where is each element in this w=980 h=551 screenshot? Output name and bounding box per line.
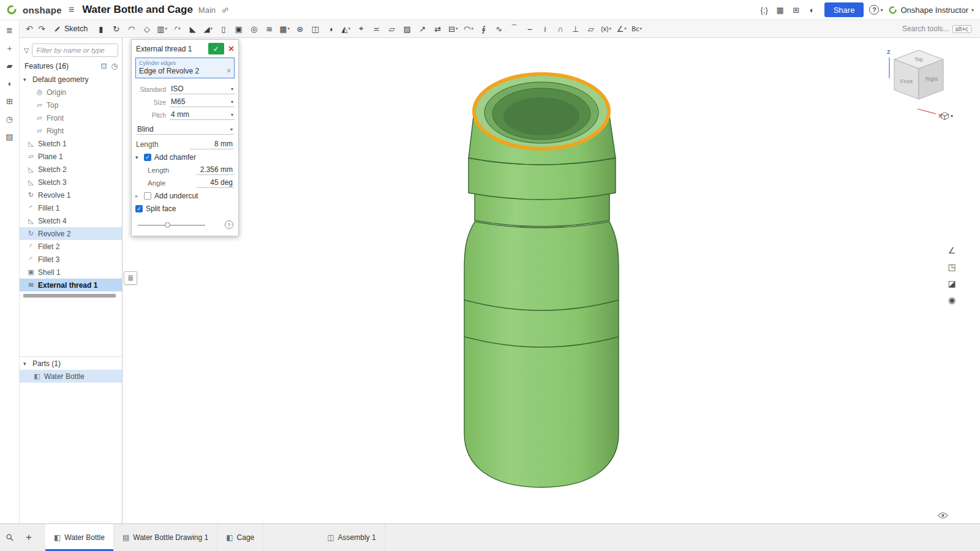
part-item-water-bottle[interactable]: ◧Water Bottle	[20, 370, 122, 383]
intersection-curve-tool[interactable]: ∩	[552, 21, 568, 36]
user-menu[interactable]: Onshape Instructor ▾	[888, 6, 974, 15]
cancel-button[interactable]: ×	[228, 44, 234, 54]
workspace-label[interactable]: Main	[198, 6, 216, 15]
fill-tool[interactable]: ▨	[399, 21, 415, 36]
feature-item-origin[interactable]: ◎Origin	[20, 86, 122, 99]
named-views-icon[interactable]: ◉	[946, 294, 958, 305]
trim-curve-tool[interactable]: ⊥	[568, 21, 583, 36]
rollback-bar[interactable]	[23, 294, 116, 298]
comment-icon[interactable]: ◖	[4, 79, 15, 89]
mirror-tool[interactable]: ◫	[307, 21, 323, 36]
spreadsheet-icon[interactable]: ▦	[774, 6, 787, 15]
section-view-icon[interactable]: ◪	[946, 278, 958, 289]
remove-selection-icon[interactable]: ×	[227, 67, 231, 75]
outline-icon[interactable]: ≣	[4, 26, 15, 36]
feature-item-revolve-2[interactable]: ↻Revolve 2	[20, 227, 122, 240]
viewport-canvas[interactable]: External thread 1 ✓ × Cylinder edges Edg…	[123, 38, 980, 523]
feature-item-default-geometry[interactable]: ▾Default geometry	[20, 73, 122, 86]
feature-history-icon[interactable]: ◷	[111, 62, 118, 70]
share-button[interactable]: Share	[824, 2, 864, 17]
feature-item-plane-1[interactable]: ▱Plane 1	[20, 150, 122, 163]
feature-item-sketch-3[interactable]: ◺Sketch 3	[20, 176, 122, 189]
add-tab-button[interactable]: +	[20, 524, 38, 551]
feature-item-right[interactable]: ▱Right	[20, 124, 122, 137]
search-icon[interactable]	[0, 524, 20, 551]
split-face-checkbox[interactable]: ✓	[135, 205, 143, 212]
hamburger-menu-icon[interactable]: ≡	[67, 4, 75, 15]
end-type-select[interactable]: Blind ▾	[136, 124, 234, 135]
opacity-slider[interactable]	[138, 225, 205, 226]
chevron-right-icon[interactable]: ▸	[135, 193, 141, 199]
feature-item-sketch-1[interactable]: ◺Sketch 1	[20, 137, 122, 150]
feature-item-revolve-1[interactable]: ↻Revolve 1	[20, 189, 122, 201]
sweep-tool[interactable]: ◠	[124, 21, 139, 36]
modify-fillet-tool[interactable]: ◠▾	[461, 21, 476, 36]
annotate-icon[interactable]: ▰	[4, 61, 15, 71]
plane-tool[interactable]: ▱	[583, 21, 598, 36]
sketch-button[interactable]: Sketch	[48, 23, 93, 34]
confirm-button[interactable]: ✓	[208, 43, 224, 54]
chamfer-param-input[interactable]: 2.356 mm	[196, 165, 234, 175]
cylinder-edges-selection[interactable]: Cylinder edges Edge of Revolve 2 ×	[135, 58, 235, 78]
chamfer-param-input[interactable]: 45 deg	[196, 178, 234, 188]
search-tools-input[interactable]: Search tools... alt+c	[899, 23, 975, 34]
analysis-icon[interactable]: ∠	[946, 245, 958, 256]
view-settings-icon[interactable]: ◳	[946, 261, 958, 272]
replace-face-tool[interactable]: ⇄	[430, 21, 445, 36]
theme-icon[interactable]: ◐	[805, 6, 819, 15]
param-select-size[interactable]: M65▾	[170, 97, 235, 107]
feature-item-shell-1[interactable]: ▣Shell 1	[20, 266, 122, 279]
offset-surface-tool[interactable]: ≍	[369, 21, 384, 36]
thicken-tool[interactable]: ▥▾	[154, 21, 170, 36]
dialog-help-icon[interactable]: ?	[225, 220, 233, 229]
linear-pattern-tool[interactable]: ▦▾	[277, 21, 292, 36]
panel-collapse-handle[interactable]: ≣	[124, 271, 137, 285]
chamfer-tool[interactable]: ◣	[185, 21, 200, 36]
history-icon[interactable]: ◷	[4, 114, 15, 124]
bridging-curve-tool[interactable]: ⌣	[522, 21, 537, 36]
featurescript-icon[interactable]: {;}	[758, 6, 771, 15]
split-tool[interactable]: ◭▾	[338, 21, 353, 36]
tab-assembly-1[interactable]: ◫Assembly 1	[318, 524, 385, 551]
transform-tool[interactable]: ⌖	[353, 21, 369, 36]
filter-input[interactable]	[32, 43, 118, 57]
collapse-all-icon[interactable]: ⊡	[100, 62, 107, 70]
visibility-eye-icon[interactable]	[938, 512, 948, 521]
custom-feature-tool[interactable]: Bc▾	[629, 21, 644, 36]
rib-tool[interactable]: ▯	[216, 21, 231, 36]
insert-icon[interactable]: ＋	[4, 43, 15, 53]
tab-water-bottle-drawing-1[interactable]: ▤Water Bottle Drawing 1	[114, 524, 217, 551]
tab-water-bottle[interactable]: ◧Water Bottle	[45, 524, 114, 551]
undo-icon[interactable]: ↶	[23, 24, 36, 34]
move-face-tool[interactable]: ↗	[415, 21, 430, 36]
boolean-tool[interactable]: ◑	[323, 21, 338, 36]
hole-tool[interactable]: ◎	[246, 21, 262, 36]
fillet-tool[interactable]: ◜▾	[170, 21, 185, 36]
delete-face-tool[interactable]: ⊟▾	[445, 21, 461, 36]
app-grid-icon[interactable]: ⊞	[790, 6, 803, 15]
feature-item-external-thread-1[interactable]: ≋External thread 1	[20, 279, 122, 291]
view-options-menu[interactable]: ▾	[940, 111, 953, 121]
notes-icon[interactable]: ▤	[4, 132, 15, 142]
helix-tool[interactable]: ∮	[476, 21, 491, 36]
param-select-pitch[interactable]: 4 mm▾	[170, 110, 235, 120]
slider-handle[interactable]	[165, 222, 170, 228]
add-chamfer-checkbox[interactable]: ✓	[144, 154, 151, 161]
boundary-surface-tool[interactable]: ▱	[384, 21, 399, 36]
loft-tool[interactable]: ◇	[139, 21, 154, 36]
variable-tool[interactable]: (x)▾	[598, 21, 614, 36]
extrude-tool[interactable]: ▮	[93, 21, 108, 36]
feature-item-sketch-2[interactable]: ◺Sketch 2	[20, 163, 122, 176]
feature-item-fillet-2[interactable]: ◜Fillet 2	[20, 240, 122, 253]
water-bottle-model[interactable]	[123, 38, 980, 523]
length-input[interactable]: 8 mm	[190, 139, 234, 149]
shell-tool[interactable]: ▣	[231, 21, 246, 36]
help-menu[interactable]: ? ▾	[869, 5, 883, 15]
link-icon[interactable]	[221, 6, 229, 14]
feature-item-top[interactable]: ▱Top	[20, 99, 122, 111]
chevron-down-icon[interactable]: ▾	[135, 154, 141, 160]
feature-item-fillet-1[interactable]: ◜Fillet 1	[20, 201, 122, 214]
thread-tool[interactable]: ≋	[262, 21, 277, 36]
add-undercut-checkbox[interactable]	[144, 192, 151, 200]
redo-icon[interactable]: ↷	[36, 24, 48, 34]
